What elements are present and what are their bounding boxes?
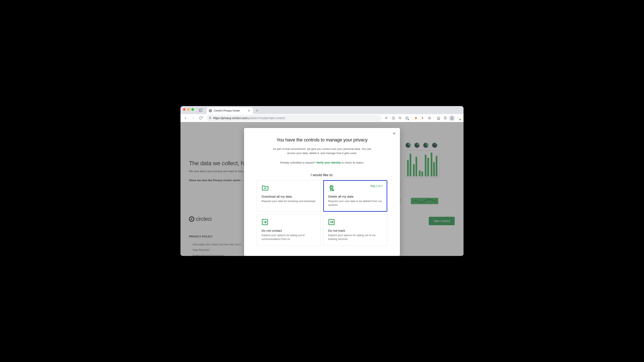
card-title: Do not track	[328, 229, 382, 232]
back-button[interactable]	[182, 115, 189, 121]
tab-favicon-icon	[209, 109, 212, 112]
svg-rect-4	[209, 117, 211, 118]
tab-close-icon[interactable]: ✕	[248, 109, 251, 113]
favorites-bar-icon[interactable]	[435, 115, 442, 121]
read-aloud-icon[interactable]: A»	[384, 115, 390, 121]
toolbar-right: A» I▪ ⋯	[384, 115, 462, 121]
card-description: Request your user data to be deleted fro…	[328, 200, 382, 207]
page-content: The data we collect, how it's u We care …	[180, 122, 464, 256]
trash-delete-icon	[328, 185, 335, 192]
delete-data-card[interactable]: Step 1 of 2 Delete all my data Request y…	[323, 180, 387, 212]
card-title: Delete all my data	[328, 195, 382, 198]
card-description: Request your data for browsing and downl…	[262, 200, 316, 203]
sidebar-toggle-icon[interactable]	[198, 108, 204, 113]
forward-button[interactable]	[190, 115, 196, 121]
url-text: https://privacy.circleci.com/policies?mo…	[213, 116, 285, 120]
profile-avatar[interactable]	[449, 115, 455, 121]
svg-point-3	[210, 110, 211, 111]
lock-icon	[209, 116, 212, 120]
option-cards: Download all my data Request your data f…	[257, 180, 387, 246]
address-bar[interactable]: https://privacy.circleci.com/policies?mo…	[206, 115, 382, 121]
titlebar: CircleCI Privacy Center ✕ +	[180, 106, 464, 114]
maximize-window-button[interactable]	[192, 108, 194, 111]
download-data-card[interactable]: Download all my data Request your data f…	[257, 180, 321, 212]
modal-title: You have the controls to manage your pri…	[257, 137, 387, 143]
step-indicator: Step 1 of 2	[370, 185, 382, 188]
arrow-box-right-icon	[328, 219, 335, 226]
verify-identity-link[interactable]: Verify your identity	[316, 161, 341, 164]
reader-mode-icon[interactable]	[390, 115, 396, 121]
modal-overlay[interactable]: ✕ You have the controls to manage your p…	[180, 122, 464, 256]
more-menu-icon[interactable]: ⋯	[456, 115, 462, 121]
arrow-box-right-icon	[262, 219, 269, 226]
svg-point-16	[451, 117, 452, 118]
refresh-button[interactable]	[197, 115, 204, 121]
window-controls	[183, 106, 194, 114]
new-tab-button[interactable]: +	[254, 108, 260, 114]
do-not-contact-card[interactable]: Do not contact Explore your options for …	[257, 214, 321, 246]
svg-marker-11	[437, 116, 440, 119]
close-window-button[interactable]	[183, 108, 186, 111]
card-title: Download all my data	[262, 195, 316, 198]
privacy-controls-modal: ✕ You have the controls to manage your p…	[244, 128, 400, 256]
extension-bug-icon[interactable]	[413, 115, 419, 121]
zoom-out-icon[interactable]	[397, 115, 403, 121]
favorite-icon[interactable]	[404, 115, 410, 121]
card-title: Do not contact	[262, 229, 316, 232]
card-description: Explore your options for opting out of o…	[328, 234, 382, 241]
toolbar: https://privacy.circleci.com/policies?mo…	[180, 114, 464, 122]
svg-line-9	[400, 118, 401, 119]
modal-description: As part of that commitment, we give you …	[272, 147, 372, 155]
browser-window: CircleCI Privacy Center ✕ + https://priv…	[180, 106, 464, 256]
modal-subheading: I would like to:	[257, 173, 387, 177]
tab-title: CircleCI Privacy Center	[214, 109, 240, 112]
do-not-track-card[interactable]: Do not track Explore your options for op…	[323, 214, 387, 246]
collections-icon[interactable]	[442, 115, 448, 121]
modal-verify-line: Already submitted a request? Verify your…	[257, 161, 387, 164]
svg-rect-0	[199, 109, 202, 112]
folder-download-icon	[262, 185, 269, 192]
browser-tab[interactable]: CircleCI Privacy Center ✕	[206, 107, 253, 114]
extension-red-icon[interactable]: I▪	[420, 115, 426, 121]
minimize-window-button[interactable]	[187, 108, 190, 111]
modal-close-button[interactable]: ✕	[392, 131, 396, 136]
card-description: Explore your options for opting out of c…	[262, 234, 316, 241]
extensions-icon[interactable]	[426, 115, 432, 121]
